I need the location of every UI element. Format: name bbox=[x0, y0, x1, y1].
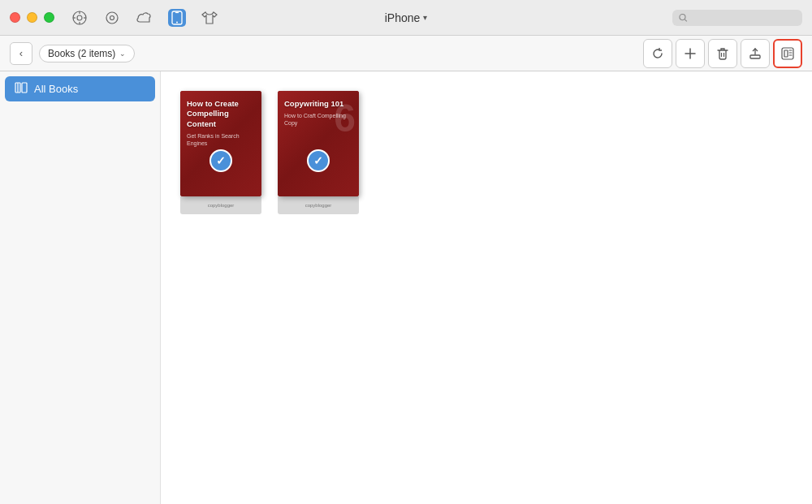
svg-rect-20 bbox=[784, 50, 788, 57]
svg-line-12 bbox=[685, 19, 687, 21]
import-button[interactable] bbox=[773, 39, 802, 68]
svg-rect-17 bbox=[750, 55, 760, 58]
book-checkmark-1 bbox=[209, 149, 232, 172]
music-icon[interactable] bbox=[71, 9, 89, 27]
svg-point-9 bbox=[176, 21, 178, 23]
book-subtitle-1: Get Ranks in Search Engines bbox=[187, 132, 255, 147]
title-bar-icons bbox=[71, 9, 218, 27]
device-title[interactable]: iPhone ▾ bbox=[385, 11, 428, 24]
main-area: All Books How to Create Compelling Conte… bbox=[0, 71, 812, 504]
device-name: iPhone bbox=[385, 11, 421, 24]
iphone-icon[interactable] bbox=[168, 9, 186, 27]
tshirt-icon[interactable] bbox=[201, 9, 218, 27]
svg-point-11 bbox=[680, 14, 685, 19]
search-bar[interactable] bbox=[672, 10, 802, 26]
sidebar: All Books bbox=[0, 71, 161, 504]
refresh-icon bbox=[651, 47, 664, 60]
export-button[interactable] bbox=[741, 39, 770, 68]
delete-button[interactable] bbox=[708, 39, 737, 68]
back-button[interactable]: ‹ bbox=[10, 42, 32, 65]
export-icon bbox=[749, 47, 762, 60]
sync-icon[interactable] bbox=[103, 9, 121, 27]
book-checkmark-2 bbox=[307, 149, 330, 172]
book-publisher-2: copyblogger bbox=[305, 203, 332, 208]
sidebar-item-label: All Books bbox=[34, 83, 78, 95]
book-item[interactable]: 6 Copywriting 101 How to Craft Compellin… bbox=[278, 91, 359, 214]
back-arrow-icon: ‹ bbox=[19, 47, 23, 59]
book-bignumber-2: 6 bbox=[334, 99, 356, 138]
breadcrumb-chevron-icon: ⌄ bbox=[119, 50, 126, 58]
toolbar: ‹ Books (2 items) ⌄ bbox=[0, 36, 812, 71]
book-cover-1: How to Create Compelling Content Get Ran… bbox=[180, 91, 261, 196]
book-title-1: How to Create Compelling Content bbox=[187, 99, 255, 129]
close-button[interactable] bbox=[10, 12, 20, 23]
search-icon bbox=[679, 13, 688, 23]
import-icon bbox=[781, 47, 794, 60]
books-icon bbox=[15, 82, 28, 96]
refresh-button[interactable] bbox=[643, 39, 672, 68]
book-footer-2: copyblogger bbox=[278, 196, 359, 214]
delete-icon bbox=[717, 47, 728, 60]
add-button[interactable] bbox=[676, 39, 705, 68]
search-input[interactable] bbox=[692, 12, 796, 24]
sidebar-item-all-books[interactable]: All Books bbox=[5, 76, 155, 101]
book-cover-2: 6 Copywriting 101 How to Craft Compellin… bbox=[278, 91, 359, 196]
breadcrumb-label: Books (2 items) bbox=[48, 48, 115, 59]
toolbar-right bbox=[643, 39, 802, 68]
minimize-button[interactable] bbox=[27, 12, 37, 23]
svg-point-1 bbox=[77, 15, 82, 20]
title-bar: iPhone ▾ bbox=[0, 0, 812, 36]
cloud-icon[interactable] bbox=[136, 9, 153, 27]
book-publisher-1: copyblogger bbox=[208, 203, 235, 208]
book-footer-1: copyblogger bbox=[180, 196, 261, 214]
svg-point-7 bbox=[110, 15, 114, 19]
title-chevron-icon: ▾ bbox=[423, 13, 427, 22]
traffic-lights bbox=[10, 12, 54, 23]
breadcrumb[interactable]: Books (2 items) ⌄ bbox=[39, 45, 135, 62]
add-icon bbox=[684, 47, 697, 60]
book-item[interactable]: How to Create Compelling Content Get Ran… bbox=[180, 91, 261, 214]
maximize-button[interactable] bbox=[44, 12, 54, 23]
svg-point-6 bbox=[106, 12, 118, 24]
content-area: How to Create Compelling Content Get Ran… bbox=[161, 71, 812, 504]
svg-rect-26 bbox=[22, 83, 27, 93]
